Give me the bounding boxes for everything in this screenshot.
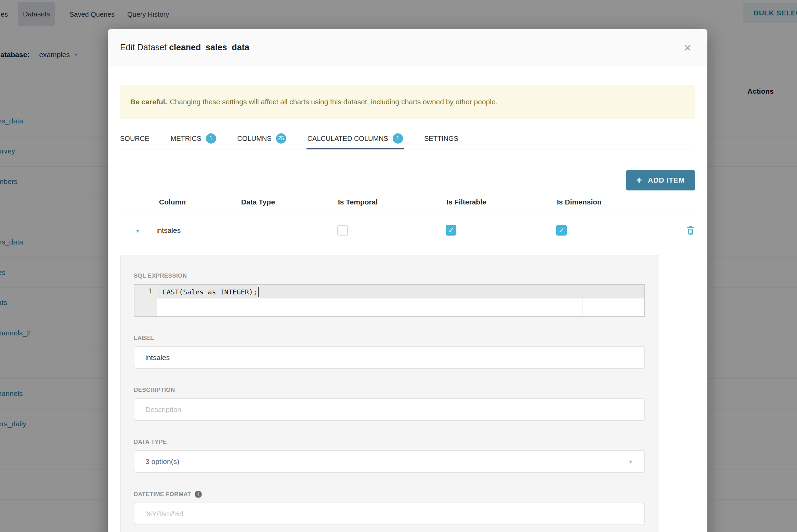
modal-title-prefix: Edit Dataset <box>120 42 167 52</box>
header-is-filterable: Is Filterable <box>444 198 554 206</box>
description-field-group: DESCRIPTION <box>134 387 645 421</box>
header-is-dimension: Is Dimension <box>554 198 664 206</box>
table-row: ▼ intsales ✓ ✓ <box>120 214 695 246</box>
header-is-temporal: Is Temporal <box>335 198 444 206</box>
screen: es Datasets Saved Queries Query History … <box>0 0 797 532</box>
modal-header: Edit Dataset cleaned_sales_data ✕ <box>108 29 707 66</box>
modal-title: Edit Dataset cleaned_sales_data <box>120 42 249 52</box>
tab-label: METRICS <box>171 135 201 143</box>
editor-code-area[interactable]: CAST(Sales as INTEGER); <box>157 285 644 316</box>
tab-label: SETTINGS <box>424 135 458 143</box>
sql-expression-editor[interactable]: 1 CAST(Sales as INTEGER); <box>134 284 645 317</box>
modal-tabs: SOURCEMETRICS1COLUMNS25CALCULATED COLUMN… <box>120 128 695 149</box>
data-type-select[interactable]: 3 option(s) ▼ <box>134 450 645 473</box>
tab-calculated-columns[interactable]: CALCULATED COLUMNS1 <box>308 128 403 149</box>
tab-count-badge: 25 <box>276 133 286 144</box>
tab-count-badge: 1 <box>393 133 403 144</box>
data-type-selected-value: 3 option(s) <box>145 457 179 466</box>
expand-caret-icon[interactable]: ▼ <box>135 228 140 234</box>
info-icon[interactable]: i <box>195 491 202 498</box>
editor-gutter: 1 <box>134 285 157 316</box>
is-filterable-checkbox[interactable]: ✓ <box>446 225 456 236</box>
is-dimension-checkbox[interactable]: ✓ <box>556 225 567 236</box>
tab-label: SOURCE <box>120 135 149 143</box>
label-input[interactable] <box>134 346 645 369</box>
tab-metrics[interactable]: METRICS1 <box>171 128 216 149</box>
text-cursor <box>258 287 259 297</box>
data-type-field-group: DATA TYPE 3 option(s) ▼ <box>134 439 645 473</box>
datetime-format-field-label: DATETIME FORMAT i <box>134 491 645 498</box>
tab-label: COLUMNS <box>237 135 272 143</box>
header-column: Column <box>156 198 238 206</box>
sql-code-text: CAST(Sales as INTEGER); <box>162 288 257 296</box>
close-icon[interactable]: ✕ <box>681 42 694 54</box>
description-field-label: DESCRIPTION <box>134 387 645 394</box>
description-input[interactable] <box>134 398 645 421</box>
sql-expression-label: SQL EXPRESSION <box>134 272 645 279</box>
trash-icon[interactable] <box>686 226 695 235</box>
add-item-button[interactable]: + ADD ITEM <box>626 170 695 190</box>
datetime-format-field-group: DATETIME FORMAT i <box>134 491 645 525</box>
row-column-name: intsales <box>156 226 238 235</box>
warning-banner: Be careful. Changing these settings will… <box>120 85 695 119</box>
plus-icon: + <box>636 175 642 185</box>
data-type-field-label: DATA TYPE <box>134 439 645 445</box>
tab-source[interactable]: SOURCE <box>120 128 149 149</box>
tab-count-badge: 1 <box>206 133 216 144</box>
label-field-group: LABEL <box>134 335 645 369</box>
header-data-type: Data Type <box>238 198 335 206</box>
modal-body: Be careful. Changing these settings will… <box>108 85 707 532</box>
datetime-format-label-text: DATETIME FORMAT <box>134 491 191 498</box>
is-temporal-checkbox[interactable] <box>337 225 348 236</box>
warning-banner-bold: Be careful. <box>130 98 167 106</box>
warning-banner-text: Changing these settings will affect all … <box>170 98 497 106</box>
calculated-column-detail-panel: SQL EXPRESSION 1 CAST(Sales as INTEGER);… <box>120 255 658 532</box>
modal-dataset-name: cleaned_sales_data <box>169 42 249 52</box>
add-item-row: + ADD ITEM <box>120 170 695 190</box>
add-item-label: ADD ITEM <box>648 176 685 184</box>
tab-label: CALCULATED COLUMNS <box>308 135 388 143</box>
columns-table-header: Column Data Type Is Temporal Is Filterab… <box>120 190 695 214</box>
datetime-format-input[interactable] <box>134 503 645 525</box>
label-field-label: LABEL <box>134 335 645 342</box>
tab-columns[interactable]: COLUMNS25 <box>237 128 286 149</box>
tab-settings[interactable]: SETTINGS <box>424 128 458 149</box>
select-caret-icon: ▼ <box>628 459 633 465</box>
edit-dataset-modal: Edit Dataset cleaned_sales_data ✕ Be car… <box>108 29 707 532</box>
